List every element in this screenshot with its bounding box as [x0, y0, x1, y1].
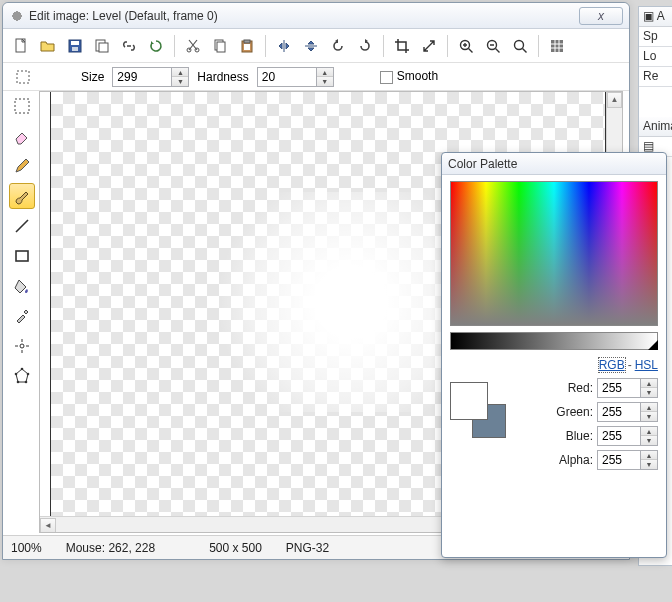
- zoom-fit-button[interactable]: [508, 34, 532, 58]
- polygon-tool[interactable]: [9, 363, 35, 389]
- green-spinner[interactable]: ▲▼: [597, 402, 658, 422]
- resize-button[interactable]: [417, 34, 441, 58]
- size-input[interactable]: [112, 67, 172, 87]
- zoom-in-button[interactable]: [454, 34, 478, 58]
- foreground-swatch[interactable]: [450, 382, 488, 420]
- image-format: PNG-32: [286, 541, 329, 555]
- rotate-ccw-icon: [330, 38, 346, 54]
- spin-down-icon[interactable]: ▼: [641, 460, 657, 469]
- svg-rect-16: [551, 40, 563, 52]
- eraser-tool[interactable]: [9, 123, 35, 149]
- new-button[interactable]: [9, 34, 33, 58]
- palette-title: Color Palette: [448, 157, 660, 171]
- spin-up-icon[interactable]: ▲: [641, 427, 657, 436]
- toolbar-separator: [174, 35, 175, 57]
- spin-up-icon[interactable]: ▲: [641, 451, 657, 460]
- alpha-label: Alpha:: [559, 453, 593, 467]
- spin-down-icon[interactable]: ▼: [641, 436, 657, 445]
- select-mode-button[interactable]: [11, 65, 35, 89]
- spin-down-icon[interactable]: ▼: [641, 412, 657, 421]
- color-field[interactable]: [450, 181, 658, 326]
- spin-down-icon[interactable]: ▼: [317, 77, 333, 86]
- alpha-spinner[interactable]: ▲▼: [597, 450, 658, 470]
- copy-image-button[interactable]: [90, 34, 114, 58]
- palette-titlebar[interactable]: Color Palette: [442, 153, 666, 175]
- paste-icon: [239, 38, 255, 54]
- scroll-left-icon[interactable]: ◄: [40, 518, 56, 533]
- flip-vertical-icon: [303, 38, 319, 54]
- spin-up-icon[interactable]: ▲: [641, 379, 657, 388]
- zoom-out-icon: [485, 38, 501, 54]
- svg-point-23: [25, 381, 28, 384]
- color-mode-row: RGB-HSL: [450, 358, 658, 372]
- pencil-tool[interactable]: [9, 153, 35, 179]
- link-button[interactable]: [117, 34, 141, 58]
- timeline-icon: ▤: [643, 139, 654, 153]
- save-button[interactable]: [63, 34, 87, 58]
- eyedropper-tool[interactable]: [9, 303, 35, 329]
- side-header-1-label: A: [657, 9, 665, 23]
- titlebar[interactable]: Edit image: Level (Default, frame 0) x: [3, 3, 629, 29]
- hardness-spinner[interactable]: ▲▼: [257, 67, 334, 87]
- brush-tool[interactable]: [9, 183, 35, 209]
- side-section-header-2[interactable]: Animatio: [639, 117, 672, 137]
- paste-button[interactable]: [235, 34, 259, 58]
- side-tab-1[interactable]: Lo: [639, 47, 672, 67]
- green-label: Green:: [556, 405, 593, 419]
- green-input[interactable]: [597, 402, 641, 422]
- copy-image-icon: [94, 38, 110, 54]
- grid-button[interactable]: [545, 34, 569, 58]
- hardness-input[interactable]: [257, 67, 317, 87]
- reload-button[interactable]: [144, 34, 168, 58]
- fill-tool[interactable]: [9, 273, 35, 299]
- spin-down-icon[interactable]: ▼: [172, 77, 188, 86]
- zoom-fit-icon: [512, 38, 528, 54]
- main-toolbar: [3, 29, 629, 63]
- reload-icon: [148, 38, 164, 54]
- rotate-ccw-button[interactable]: [326, 34, 350, 58]
- svg-point-22: [27, 373, 30, 376]
- toolbar-separator: [383, 35, 384, 57]
- svg-rect-3: [72, 47, 78, 51]
- cut-button[interactable]: [181, 34, 205, 58]
- scroll-up-icon[interactable]: ▲: [607, 92, 622, 108]
- new-file-icon: [13, 38, 29, 54]
- side-section-header-1[interactable]: ▣ A: [639, 7, 672, 27]
- open-button[interactable]: [36, 34, 60, 58]
- flip-v-button[interactable]: [299, 34, 323, 58]
- blue-label: Blue:: [566, 429, 593, 443]
- red-spinner[interactable]: ▲▼: [597, 378, 658, 398]
- rotate-cw-button[interactable]: [353, 34, 377, 58]
- spin-up-icon[interactable]: ▲: [317, 68, 333, 77]
- spin-up-icon[interactable]: ▲: [641, 403, 657, 412]
- side-tab-0[interactable]: Sp: [639, 27, 672, 47]
- value-slider[interactable]: [450, 332, 658, 350]
- red-input[interactable]: [597, 378, 641, 398]
- rotate-cw-icon: [357, 38, 373, 54]
- alpha-input[interactable]: [597, 450, 641, 470]
- spin-up-icon[interactable]: ▲: [172, 68, 188, 77]
- open-folder-icon: [40, 38, 56, 54]
- side-tab-2[interactable]: Re: [639, 67, 672, 87]
- blue-spinner[interactable]: ▲▼: [597, 426, 658, 446]
- copy-icon: [212, 38, 228, 54]
- spin-down-icon[interactable]: ▼: [641, 388, 657, 397]
- rectangle-tool[interactable]: [9, 243, 35, 269]
- color-palette-window[interactable]: Color Palette RGB-HSL Red:▲▼ Green:▲▼ Bl…: [441, 152, 667, 558]
- smooth-checkbox-label[interactable]: Smooth: [380, 69, 438, 83]
- crop-button[interactable]: [390, 34, 414, 58]
- close-button[interactable]: x: [579, 7, 623, 25]
- size-spinner[interactable]: ▲▼: [112, 67, 189, 87]
- blue-input[interactable]: [597, 426, 641, 446]
- line-tool[interactable]: [9, 213, 35, 239]
- copy-button[interactable]: [208, 34, 232, 58]
- mode-hsl-link[interactable]: HSL: [635, 358, 658, 372]
- svg-rect-18: [15, 99, 29, 113]
- zoom-out-button[interactable]: [481, 34, 505, 58]
- hotspot-tool[interactable]: [9, 333, 35, 359]
- mode-rgb-link[interactable]: RGB: [599, 358, 625, 372]
- flip-h-button[interactable]: [272, 34, 296, 58]
- select-rect-tool[interactable]: [9, 93, 35, 119]
- color-swatches[interactable]: [450, 382, 506, 438]
- smooth-checkbox[interactable]: [380, 71, 393, 84]
